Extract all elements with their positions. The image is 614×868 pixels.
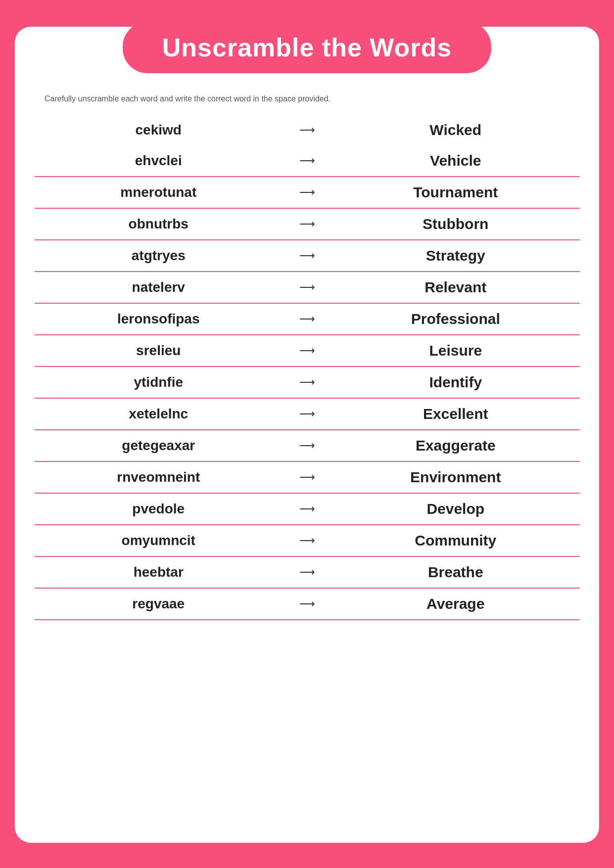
scrambled-word: xetelelnc (35, 402, 283, 426)
arrow-icon: ⟶ (283, 218, 332, 230)
scrambled-word: heebtar (35, 560, 283, 584)
word-row: regvaae⟶Average (35, 589, 579, 620)
word-row: leronsofipas⟶Professional (35, 304, 579, 335)
name-label: Name: (20, 9, 43, 18)
date-label: Date: (473, 9, 492, 18)
answer-word: Exaggerate (332, 433, 580, 458)
date-underline[interactable] (495, 9, 594, 18)
scrambled-word: mnerotunat (35, 181, 283, 204)
title-pill: Unscramble the Words (123, 22, 491, 73)
scrambled-word: ehvclei (35, 149, 283, 173)
answer-word: Leisure (332, 338, 580, 363)
answer-word: Environment (332, 465, 580, 490)
page-title: Unscramble the Words (162, 33, 452, 62)
date-field: Date: (473, 9, 594, 18)
arrow-icon: ⟶ (283, 249, 332, 262)
scrambled-word: leronsofipas (35, 307, 283, 331)
word-row: getegeaxar⟶Exaggerate (35, 430, 579, 462)
scrambled-word: regvaae (35, 592, 283, 616)
word-row: natelerv⟶Relevant (35, 272, 579, 304)
arrow-icon: ⟶ (283, 124, 332, 137)
word-row: atgtryes⟶Strategy (35, 240, 579, 272)
arrow-icon: ⟶ (283, 281, 332, 294)
answer-word: Excellent (332, 402, 580, 426)
answer-word: Strategy (332, 243, 580, 268)
scrambled-word: omyumncit (35, 529, 283, 552)
answer-word: Wicked (332, 118, 580, 142)
answer-word: Average (332, 592, 580, 616)
subtitle: Carefully unscramble each word and write… (15, 78, 599, 115)
footer-brand: kami (295, 863, 319, 868)
top-bar: Name: Date: (0, 0, 614, 23)
word-row: ehvclei⟶Vehicle (35, 145, 579, 177)
answer-word: Professional (332, 307, 580, 331)
answer-word: Vehicle (332, 148, 580, 173)
arrow-icon: ⟶ (283, 154, 332, 167)
arrow-icon: ⟶ (283, 471, 332, 484)
page-container: Name: Date: Unscramble the Words Careful… (0, 0, 614, 868)
main-card: Unscramble the Words Carefully unscrambl… (15, 27, 599, 843)
answer-word: Breathe (332, 560, 580, 585)
arrow-icon: ⟶ (283, 408, 332, 420)
arrow-icon: ⟶ (283, 566, 332, 579)
word-row: cekiwd⟶Wicked (35, 115, 579, 145)
word-row: xetelelnc⟶Excellent (35, 399, 579, 430)
scrambled-word: atgtryes (35, 244, 283, 268)
words-list: cekiwd⟶Wickedehvclei⟶Vehiclemnerotunat⟶T… (15, 115, 599, 620)
answer-word: Identify (332, 370, 580, 395)
arrow-icon: ⟶ (283, 376, 332, 389)
arrow-icon: ⟶ (283, 597, 332, 610)
title-wrapper: Unscramble the Words (15, 27, 599, 73)
answer-word: Stubborn (332, 212, 580, 236)
word-row: mnerotunat⟶Tournament (35, 177, 579, 209)
answer-word: Relevant (332, 275, 580, 300)
arrow-icon: ⟶ (283, 503, 332, 515)
scrambled-word: cekiwd (35, 118, 283, 142)
word-row: omyumncit⟶Community (35, 525, 579, 557)
scrambled-word: ytidnfie (35, 370, 283, 394)
word-row: obnutrbs⟶Stubborn (35, 209, 579, 240)
word-row: ytidnfie⟶Identify (35, 367, 579, 399)
name-underline[interactable] (46, 9, 234, 18)
word-row: heebtar⟶Breathe (35, 557, 579, 589)
word-row: rnveomneint⟶Environment (35, 462, 579, 494)
name-field: Name: (20, 9, 234, 18)
scrambled-word: natelerv (35, 275, 283, 299)
scrambled-word: getegeaxar (35, 434, 283, 457)
arrow-icon: ⟶ (283, 344, 332, 357)
word-row: pvedole⟶Develop (35, 494, 579, 525)
scrambled-word: rnveomneint (35, 465, 283, 489)
scrambled-word: pvedole (35, 497, 283, 521)
arrow-icon: ⟶ (283, 313, 332, 325)
answer-word: Develop (332, 497, 580, 521)
scrambled-word: obnutrbs (35, 212, 283, 236)
scrambled-word: srelieu (35, 339, 283, 363)
answer-word: Tournament (332, 180, 580, 205)
answer-word: Community (332, 528, 580, 553)
footer: kami (0, 853, 614, 868)
arrow-icon: ⟶ (283, 439, 332, 452)
arrow-icon: ⟶ (283, 186, 332, 199)
word-row: srelieu⟶Leisure (35, 335, 579, 367)
arrow-icon: ⟶ (283, 534, 332, 547)
